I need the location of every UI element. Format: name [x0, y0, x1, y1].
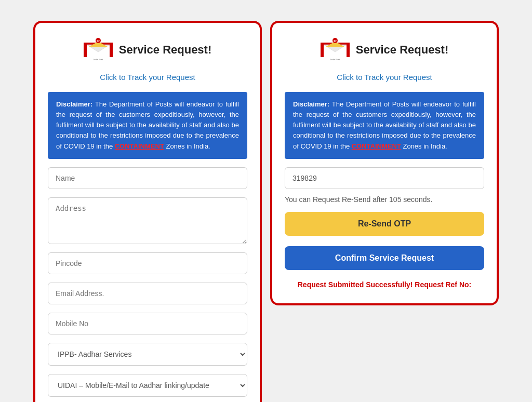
disclaimer2-suffix: Zones in India.: [403, 142, 447, 150]
confirm-service-button[interactable]: Confirm Service Request: [285, 246, 484, 270]
disclaimer1-bold: Disclaimer:: [56, 100, 92, 108]
disclaimer2-highlight: CONTAINMENT: [352, 142, 401, 150]
address-input[interactable]: [48, 197, 247, 244]
otp-input[interactable]: [285, 167, 484, 189]
panel2-disclaimer: Disclaimer: The Department of Posts will…: [285, 92, 484, 159]
disclaimer1-highlight: CONTAINMENT: [115, 142, 164, 150]
disclaimer1-suffix: Zones in India.: [166, 142, 210, 150]
success-message: Request Submitted Successfully! Request …: [298, 280, 472, 289]
svg-text:IP: IP: [334, 39, 337, 43]
request-form-panel: IP India Post Service Request! Click to …: [33, 21, 262, 402]
page-container: IP India Post Service Request! Click to …: [10, 10, 522, 402]
india-post-logo-2: IP India Post: [321, 37, 350, 62]
email-input[interactable]: [48, 283, 247, 304]
svg-text:IP: IP: [97, 39, 100, 43]
service2-select[interactable]: UIDAI – Mobile/E-Mail to Aadhar linking/…: [48, 374, 247, 397]
confirmation-panel: IP India Post Service Request! Click to …: [270, 21, 499, 305]
name-input[interactable]: [48, 167, 247, 189]
resend-timer-text: You can Request Re-Send after 105 second…: [285, 195, 432, 204]
panel2-track-link[interactable]: Click to Track your Request: [337, 73, 432, 82]
panel1-disclaimer: Disclaimer: The Department of Posts will…: [48, 92, 247, 159]
disclaimer2-bold: Disclaimer:: [293, 100, 329, 108]
service1-select[interactable]: IPPB- Aadhar Services: [48, 343, 247, 366]
panel1-title: Service Request!: [119, 43, 212, 57]
india-post-logo-1: IP India Post: [84, 37, 113, 62]
resend-otp-button[interactable]: Re-Send OTP: [285, 212, 484, 236]
mobile-input[interactable]: [48, 313, 247, 334]
svg-text:India Post: India Post: [94, 58, 103, 61]
panel2-title: Service Request!: [356, 43, 449, 57]
panel1-header: IP India Post Service Request!: [84, 37, 212, 62]
panel1-track-link[interactable]: Click to Track your Request: [100, 73, 195, 82]
panel2-header: IP India Post Service Request!: [321, 37, 449, 62]
pincode-input[interactable]: [48, 252, 247, 274]
svg-text:India Post: India Post: [330, 58, 340, 61]
